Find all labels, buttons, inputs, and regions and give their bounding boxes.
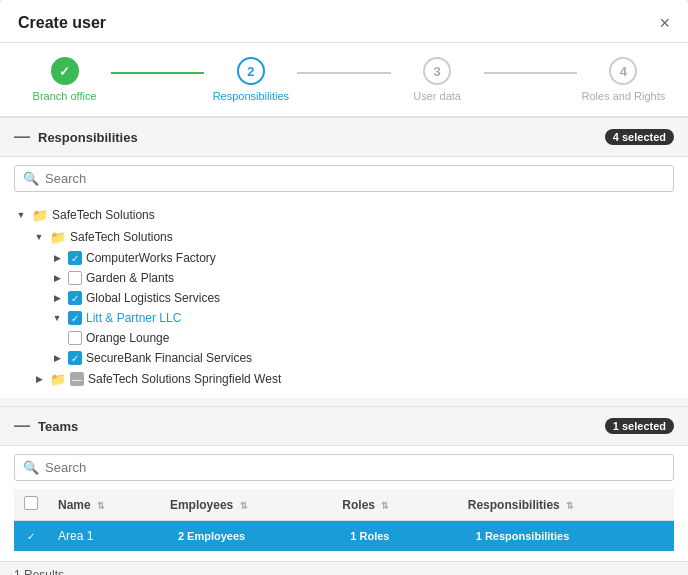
arrow-garden[interactable] xyxy=(50,271,64,285)
select-all-checkbox[interactable] xyxy=(24,496,38,510)
row-checkbox-area1[interactable]: ✓ xyxy=(24,529,38,543)
th-employees[interactable]: Employees ⇅ xyxy=(160,489,332,521)
responsibilities-title: — Responsibilities xyxy=(14,128,138,146)
row-name-area1: Area 1 xyxy=(48,521,160,552)
arrow-litt[interactable] xyxy=(50,311,64,325)
step-roles-rights: 4 Roles and Rights xyxy=(577,57,670,102)
teams-section-header: — Teams 1 selected xyxy=(0,406,688,446)
checkbox-global[interactable]: ✓ xyxy=(68,291,82,305)
step-number-2: 2 xyxy=(247,64,254,79)
tree-item-global-logistics[interactable]: ✓ Global Logistics Services xyxy=(14,288,674,308)
checkbox-securebank[interactable]: ✓ xyxy=(68,351,82,365)
arrow-safetech-sub[interactable] xyxy=(32,230,46,244)
sort-arrows-roles: ⇅ xyxy=(381,501,389,511)
tree-item-litt[interactable]: ✓ Litt & Partner LLC xyxy=(14,308,674,328)
arrow-safetech-root[interactable] xyxy=(14,208,28,222)
modal-header: Create user × xyxy=(0,0,688,43)
sort-arrows-resp: ⇅ xyxy=(566,501,574,511)
th-roles[interactable]: Roles ⇅ xyxy=(332,489,457,521)
teams-table: Name ⇅ Employees ⇅ Roles ⇅ xyxy=(14,489,674,551)
step-line-1 xyxy=(111,72,204,74)
arrow-computerworks[interactable] xyxy=(50,251,64,265)
responsibilities-tree: 📁 SafeTech Solutions 📁 SafeTech Solution… xyxy=(0,200,688,398)
step-responsibilities: 2 Responsibilities xyxy=(204,57,297,102)
arrow-global[interactable] xyxy=(50,291,64,305)
th-check xyxy=(14,489,48,521)
step-number-4: 4 xyxy=(620,64,627,79)
teams-section: — Teams 1 selected 🔍 xyxy=(0,406,688,575)
checkbox-orange[interactable] xyxy=(68,331,82,345)
step-circle-4: 4 xyxy=(609,57,637,85)
sort-arrows-name: ⇅ xyxy=(97,501,105,511)
responsibilities-search-box: 🔍 xyxy=(0,157,688,200)
tree-label-litt: Litt & Partner LLC xyxy=(86,311,181,325)
results-footer: 1 Results xyxy=(0,561,688,575)
employees-pill: 2 Employees xyxy=(170,528,253,544)
step-line-2 xyxy=(297,72,390,74)
folder-icon-springfield: 📁 xyxy=(50,371,66,387)
step-number-3: 3 xyxy=(434,64,441,79)
search-icon-teams: 🔍 xyxy=(23,460,39,475)
step-line-3 xyxy=(484,72,577,74)
row-check-cell: ✓ xyxy=(14,521,48,552)
table-header-row: Name ⇅ Employees ⇅ Roles ⇅ xyxy=(14,489,674,521)
checkbox-litt[interactable]: ✓ xyxy=(68,311,82,325)
sort-arrows-employees: ⇅ xyxy=(240,501,248,511)
teams-collapse-dash[interactable]: — xyxy=(14,417,30,435)
checkmark-icon: ✓ xyxy=(59,64,70,79)
row-resp-area1: 1 Responsibilities xyxy=(458,521,674,552)
arrow-securebank[interactable] xyxy=(50,351,64,365)
tree-item-computerworks[interactable]: ✓ ComputerWorks Factory xyxy=(14,248,674,268)
tree-label-garden: Garden & Plants xyxy=(86,271,174,285)
tree-item-springfield[interactable]: 📁 — SafeTech Solutions Springfield West xyxy=(14,368,674,390)
responsibilities-section-header: — Responsibilities 4 selected xyxy=(0,117,688,157)
row-roles-area1: 1 Roles xyxy=(332,521,457,552)
teams-table-wrap: Name ⇅ Employees ⇅ Roles ⇅ xyxy=(0,489,688,561)
modal-title: Create user xyxy=(18,14,106,32)
tree-label-springfield: SafeTech Solutions Springfield West xyxy=(88,372,281,386)
folder-icon-safetech-sub: 📁 xyxy=(50,229,66,245)
tree-item-garden-plants[interactable]: Garden & Plants xyxy=(14,268,674,288)
th-name[interactable]: Name ⇅ xyxy=(48,489,160,521)
responsibilities-badge: 4 selected xyxy=(605,129,674,145)
teams-badge: 1 selected xyxy=(605,418,674,434)
th-responsibilities[interactable]: Responsibilities ⇅ xyxy=(458,489,674,521)
resp-pill: 1 Responsibilities xyxy=(468,528,578,544)
step-label-3: User data xyxy=(413,90,461,102)
tree-label-safetech-sub: SafeTech Solutions xyxy=(70,230,173,244)
tree-item-safetech-sub[interactable]: 📁 SafeTech Solutions xyxy=(14,226,674,248)
checkbox-computerworks[interactable]: ✓ xyxy=(68,251,82,265)
roles-pill: 1 Roles xyxy=(342,528,397,544)
step-user-data: 3 User data xyxy=(391,57,484,102)
collapse-dash[interactable]: — xyxy=(14,128,30,146)
tree-item-orange[interactable]: Orange Lounge xyxy=(14,328,674,348)
step-label-2: Responsibilities xyxy=(213,90,289,102)
responsibilities-search-input[interactable] xyxy=(45,171,665,186)
tree-item-safetech-root[interactable]: 📁 SafeTech Solutions xyxy=(14,204,674,226)
tree-label-global: Global Logistics Services xyxy=(86,291,220,305)
modal-body: — Responsibilities 4 selected 🔍 📁 SafeTe… xyxy=(0,117,688,575)
step-circle-1: ✓ xyxy=(51,57,79,85)
step-label-4: Roles and Rights xyxy=(582,90,666,102)
responsibilities-section: — Responsibilities 4 selected 🔍 📁 SafeTe… xyxy=(0,117,688,398)
teams-search-input[interactable] xyxy=(45,460,665,475)
row-employees-area1: 2 Employees xyxy=(160,521,332,552)
teams-title: — Teams xyxy=(14,417,78,435)
create-user-modal: Create user × ✓ Branch office 2 Responsi… xyxy=(0,0,688,575)
tree-label-safetech-root: SafeTech Solutions xyxy=(52,208,155,222)
responsibilities-search-wrap: 🔍 xyxy=(14,165,674,192)
tree-item-securebank[interactable]: ✓ SecureBank Financial Services xyxy=(14,348,674,368)
step-branch-office: ✓ Branch office xyxy=(18,57,111,102)
checkbox-garden[interactable] xyxy=(68,271,82,285)
search-icon: 🔍 xyxy=(23,171,39,186)
folder-icon-safetech-root: 📁 xyxy=(32,207,48,223)
step-label-1: Branch office xyxy=(33,90,97,102)
tree-label-computerworks: ComputerWorks Factory xyxy=(86,251,216,265)
tree-label-orange: Orange Lounge xyxy=(86,331,169,345)
checkbox-springfield[interactable]: — xyxy=(70,372,84,386)
arrow-springfield[interactable] xyxy=(32,372,46,386)
table-row[interactable]: ✓ Area 1 2 Employees 1 Roles 1 Responsib… xyxy=(14,521,674,552)
close-button[interactable]: × xyxy=(659,14,670,32)
stepper: ✓ Branch office 2 Responsibilities 3 Use… xyxy=(0,43,688,117)
tree-label-securebank: SecureBank Financial Services xyxy=(86,351,252,365)
